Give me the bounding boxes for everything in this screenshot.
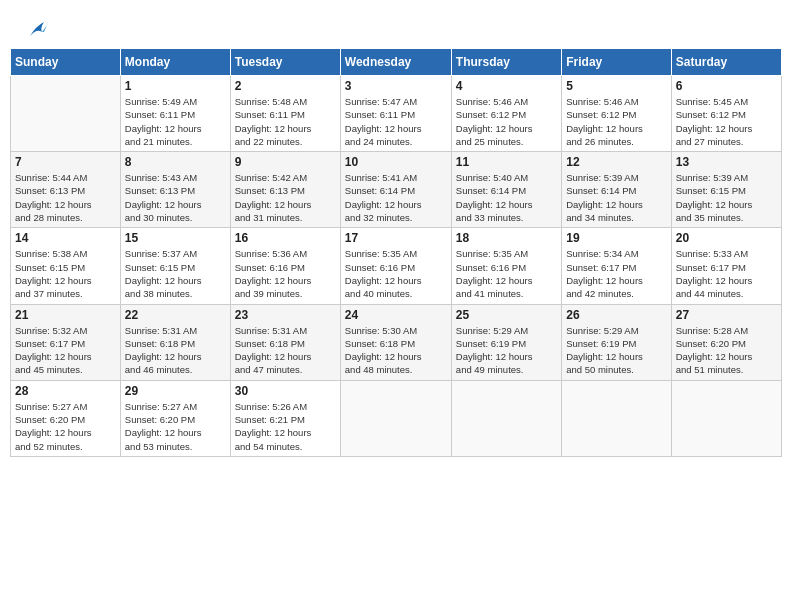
- day-number: 18: [456, 231, 557, 245]
- day-info: Sunrise: 5:35 AM Sunset: 6:16 PM Dayligh…: [456, 247, 557, 300]
- calendar-cell: 19Sunrise: 5:34 AM Sunset: 6:17 PM Dayli…: [562, 228, 671, 304]
- day-number: 9: [235, 155, 336, 169]
- day-number: 11: [456, 155, 557, 169]
- day-info: Sunrise: 5:48 AM Sunset: 6:11 PM Dayligh…: [235, 95, 336, 148]
- calendar-week-row: 7Sunrise: 5:44 AM Sunset: 6:13 PM Daylig…: [11, 152, 782, 228]
- calendar-cell: 26Sunrise: 5:29 AM Sunset: 6:19 PM Dayli…: [562, 304, 671, 380]
- day-number: 17: [345, 231, 447, 245]
- calendar-cell: 9Sunrise: 5:42 AM Sunset: 6:13 PM Daylig…: [230, 152, 340, 228]
- day-info: Sunrise: 5:27 AM Sunset: 6:20 PM Dayligh…: [15, 400, 116, 453]
- calendar-header-row: SundayMondayTuesdayWednesdayThursdayFrid…: [11, 49, 782, 76]
- day-number: 29: [125, 384, 226, 398]
- day-info: Sunrise: 5:28 AM Sunset: 6:20 PM Dayligh…: [676, 324, 777, 377]
- page-header: [10, 10, 782, 44]
- day-info: Sunrise: 5:39 AM Sunset: 6:15 PM Dayligh…: [676, 171, 777, 224]
- logo-bird-icon: [22, 18, 52, 44]
- calendar-cell: 6Sunrise: 5:45 AM Sunset: 6:12 PM Daylig…: [671, 76, 781, 152]
- day-number: 10: [345, 155, 447, 169]
- calendar-cell: 29Sunrise: 5:27 AM Sunset: 6:20 PM Dayli…: [120, 380, 230, 456]
- day-number: 14: [15, 231, 116, 245]
- logo: [20, 18, 52, 40]
- calendar-cell: 22Sunrise: 5:31 AM Sunset: 6:18 PM Dayli…: [120, 304, 230, 380]
- day-info: Sunrise: 5:37 AM Sunset: 6:15 PM Dayligh…: [125, 247, 226, 300]
- calendar-cell: 12Sunrise: 5:39 AM Sunset: 6:14 PM Dayli…: [562, 152, 671, 228]
- day-info: Sunrise: 5:31 AM Sunset: 6:18 PM Dayligh…: [125, 324, 226, 377]
- day-number: 30: [235, 384, 336, 398]
- weekday-header: Tuesday: [230, 49, 340, 76]
- calendar-cell: 17Sunrise: 5:35 AM Sunset: 6:16 PM Dayli…: [340, 228, 451, 304]
- calendar-cell: [671, 380, 781, 456]
- calendar-week-row: 1Sunrise: 5:49 AM Sunset: 6:11 PM Daylig…: [11, 76, 782, 152]
- day-info: Sunrise: 5:34 AM Sunset: 6:17 PM Dayligh…: [566, 247, 666, 300]
- day-info: Sunrise: 5:32 AM Sunset: 6:17 PM Dayligh…: [15, 324, 116, 377]
- day-number: 24: [345, 308, 447, 322]
- day-number: 1: [125, 79, 226, 93]
- day-number: 21: [15, 308, 116, 322]
- day-number: 4: [456, 79, 557, 93]
- weekday-header: Monday: [120, 49, 230, 76]
- calendar-cell: 1Sunrise: 5:49 AM Sunset: 6:11 PM Daylig…: [120, 76, 230, 152]
- day-number: 6: [676, 79, 777, 93]
- day-number: 13: [676, 155, 777, 169]
- calendar-cell: 10Sunrise: 5:41 AM Sunset: 6:14 PM Dayli…: [340, 152, 451, 228]
- calendar-cell: 21Sunrise: 5:32 AM Sunset: 6:17 PM Dayli…: [11, 304, 121, 380]
- day-number: 15: [125, 231, 226, 245]
- day-number: 19: [566, 231, 666, 245]
- day-info: Sunrise: 5:36 AM Sunset: 6:16 PM Dayligh…: [235, 247, 336, 300]
- day-info: Sunrise: 5:45 AM Sunset: 6:12 PM Dayligh…: [676, 95, 777, 148]
- day-info: Sunrise: 5:43 AM Sunset: 6:13 PM Dayligh…: [125, 171, 226, 224]
- day-info: Sunrise: 5:49 AM Sunset: 6:11 PM Dayligh…: [125, 95, 226, 148]
- calendar-cell: 18Sunrise: 5:35 AM Sunset: 6:16 PM Dayli…: [451, 228, 561, 304]
- weekday-header: Thursday: [451, 49, 561, 76]
- calendar-cell: 2Sunrise: 5:48 AM Sunset: 6:11 PM Daylig…: [230, 76, 340, 152]
- day-number: 7: [15, 155, 116, 169]
- calendar-table: SundayMondayTuesdayWednesdayThursdayFrid…: [10, 48, 782, 457]
- day-number: 16: [235, 231, 336, 245]
- calendar-cell: [11, 76, 121, 152]
- calendar-cell: 28Sunrise: 5:27 AM Sunset: 6:20 PM Dayli…: [11, 380, 121, 456]
- day-info: Sunrise: 5:35 AM Sunset: 6:16 PM Dayligh…: [345, 247, 447, 300]
- weekday-header: Wednesday: [340, 49, 451, 76]
- day-info: Sunrise: 5:29 AM Sunset: 6:19 PM Dayligh…: [456, 324, 557, 377]
- calendar-cell: 27Sunrise: 5:28 AM Sunset: 6:20 PM Dayli…: [671, 304, 781, 380]
- calendar-cell: 14Sunrise: 5:38 AM Sunset: 6:15 PM Dayli…: [11, 228, 121, 304]
- day-number: 26: [566, 308, 666, 322]
- day-info: Sunrise: 5:40 AM Sunset: 6:14 PM Dayligh…: [456, 171, 557, 224]
- day-info: Sunrise: 5:27 AM Sunset: 6:20 PM Dayligh…: [125, 400, 226, 453]
- day-number: 23: [235, 308, 336, 322]
- calendar-cell: 8Sunrise: 5:43 AM Sunset: 6:13 PM Daylig…: [120, 152, 230, 228]
- calendar-cell: 16Sunrise: 5:36 AM Sunset: 6:16 PM Dayli…: [230, 228, 340, 304]
- day-info: Sunrise: 5:30 AM Sunset: 6:18 PM Dayligh…: [345, 324, 447, 377]
- day-number: 2: [235, 79, 336, 93]
- calendar-week-row: 28Sunrise: 5:27 AM Sunset: 6:20 PM Dayli…: [11, 380, 782, 456]
- day-info: Sunrise: 5:41 AM Sunset: 6:14 PM Dayligh…: [345, 171, 447, 224]
- calendar-week-row: 14Sunrise: 5:38 AM Sunset: 6:15 PM Dayli…: [11, 228, 782, 304]
- calendar-cell: 5Sunrise: 5:46 AM Sunset: 6:12 PM Daylig…: [562, 76, 671, 152]
- calendar-cell: [340, 380, 451, 456]
- day-info: Sunrise: 5:44 AM Sunset: 6:13 PM Dayligh…: [15, 171, 116, 224]
- weekday-header: Friday: [562, 49, 671, 76]
- calendar-cell: 13Sunrise: 5:39 AM Sunset: 6:15 PM Dayli…: [671, 152, 781, 228]
- weekday-header: Saturday: [671, 49, 781, 76]
- day-info: Sunrise: 5:33 AM Sunset: 6:17 PM Dayligh…: [676, 247, 777, 300]
- calendar-cell: 20Sunrise: 5:33 AM Sunset: 6:17 PM Dayli…: [671, 228, 781, 304]
- day-number: 20: [676, 231, 777, 245]
- calendar-cell: 24Sunrise: 5:30 AM Sunset: 6:18 PM Dayli…: [340, 304, 451, 380]
- day-info: Sunrise: 5:31 AM Sunset: 6:18 PM Dayligh…: [235, 324, 336, 377]
- calendar-cell: 23Sunrise: 5:31 AM Sunset: 6:18 PM Dayli…: [230, 304, 340, 380]
- calendar-cell: [451, 380, 561, 456]
- day-info: Sunrise: 5:47 AM Sunset: 6:11 PM Dayligh…: [345, 95, 447, 148]
- day-number: 12: [566, 155, 666, 169]
- day-info: Sunrise: 5:29 AM Sunset: 6:19 PM Dayligh…: [566, 324, 666, 377]
- day-info: Sunrise: 5:46 AM Sunset: 6:12 PM Dayligh…: [456, 95, 557, 148]
- calendar-cell: 15Sunrise: 5:37 AM Sunset: 6:15 PM Dayli…: [120, 228, 230, 304]
- day-number: 28: [15, 384, 116, 398]
- calendar-week-row: 21Sunrise: 5:32 AM Sunset: 6:17 PM Dayli…: [11, 304, 782, 380]
- calendar-cell: 7Sunrise: 5:44 AM Sunset: 6:13 PM Daylig…: [11, 152, 121, 228]
- day-info: Sunrise: 5:39 AM Sunset: 6:14 PM Dayligh…: [566, 171, 666, 224]
- calendar-cell: 11Sunrise: 5:40 AM Sunset: 6:14 PM Dayli…: [451, 152, 561, 228]
- day-info: Sunrise: 5:46 AM Sunset: 6:12 PM Dayligh…: [566, 95, 666, 148]
- calendar-cell: [562, 380, 671, 456]
- weekday-header: Sunday: [11, 49, 121, 76]
- day-number: 8: [125, 155, 226, 169]
